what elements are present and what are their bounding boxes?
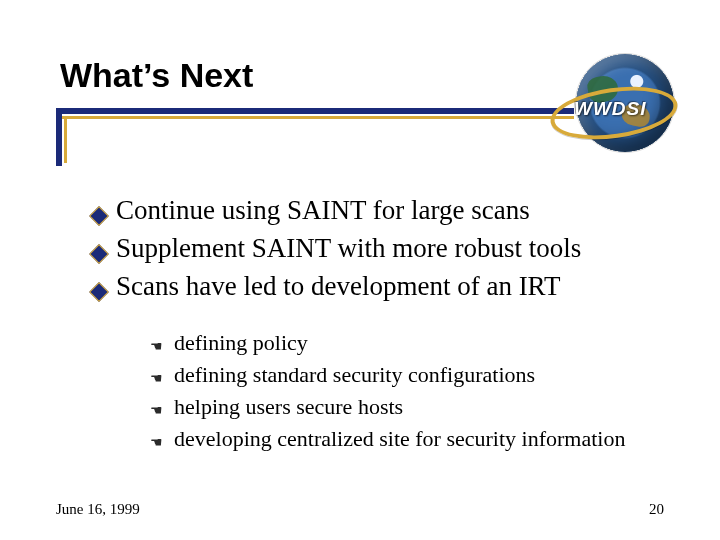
bullet-list: Continue using SAINT for large scans Sup…	[92, 192, 672, 306]
sub-bullet-text: developing centralized site for security…	[174, 424, 625, 454]
sub-bullet-text: defining standard security configuration…	[174, 360, 535, 390]
title-rule-accent	[56, 116, 574, 119]
diamond-bullet-icon	[92, 285, 106, 299]
title-rule-primary	[56, 108, 574, 114]
bullet-item: Scans have led to development of an IRT	[92, 268, 672, 304]
diamond-bullet-icon	[92, 209, 106, 223]
slide-title: What’s Next	[60, 56, 253, 95]
title-rule-vertical-primary	[56, 114, 62, 166]
footer-date: June 16, 1999	[56, 501, 140, 518]
hand-bullet-icon: ☚	[150, 402, 166, 419]
sub-bullet-text: defining policy	[174, 328, 308, 358]
sub-bullet-item: ☚ helping users secure hosts	[150, 392, 672, 422]
hand-bullet-icon: ☚	[150, 338, 166, 355]
bullet-text: Scans have led to development of an IRT	[116, 268, 561, 304]
footer-page-number: 20	[649, 501, 664, 518]
bullet-item: Continue using SAINT for large scans	[92, 192, 672, 228]
sub-bullet-text: helping users secure hosts	[174, 392, 403, 422]
diamond-bullet-icon	[92, 247, 106, 261]
logo: WWDSI	[556, 54, 674, 156]
logo-text: WWDSI	[574, 98, 647, 120]
sub-bullet-item: ☚ defining policy	[150, 328, 672, 358]
sub-bullet-list: ☚ defining policy ☚ defining standard se…	[150, 328, 672, 456]
hand-bullet-icon: ☚	[150, 434, 166, 451]
bullet-text: Continue using SAINT for large scans	[116, 192, 530, 228]
bullet-text: Supplement SAINT with more robust tools	[116, 230, 581, 266]
bullet-item: Supplement SAINT with more robust tools	[92, 230, 672, 266]
sub-bullet-item: ☚ developing centralized site for securi…	[150, 424, 672, 454]
sub-bullet-item: ☚ defining standard security configurati…	[150, 360, 672, 390]
slide: What’s Next WWDSI Continue using SAINT f…	[0, 0, 720, 540]
hand-bullet-icon: ☚	[150, 370, 166, 387]
title-rule-vertical-accent	[64, 119, 67, 163]
